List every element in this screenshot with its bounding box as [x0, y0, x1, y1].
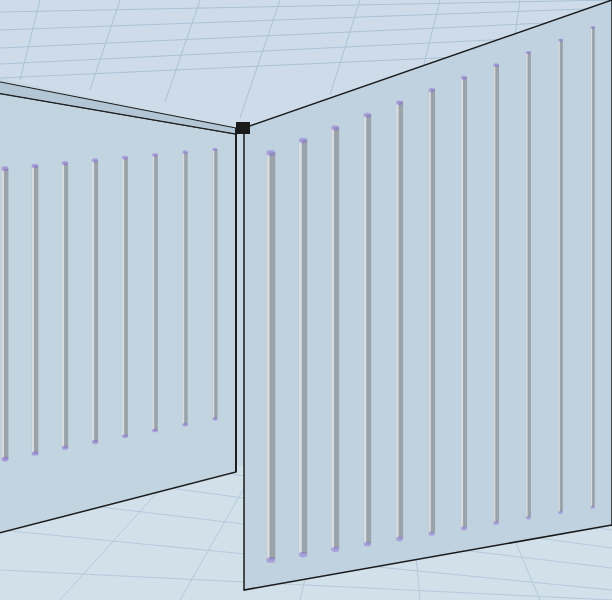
svg-point-36 [364, 542, 371, 547]
left-panel[interactable] [0, 78, 236, 538]
svg-point-45 [461, 526, 467, 530]
rib [182, 150, 187, 426]
rib [62, 161, 68, 450]
svg-rect-78 [182, 152, 184, 425]
3d-viewport[interactable] [0, 0, 612, 600]
rib [364, 113, 371, 547]
svg-point-67 [62, 161, 68, 165]
svg-point-64 [32, 164, 39, 168]
rib [558, 38, 563, 514]
rib [32, 164, 39, 456]
rib [429, 88, 436, 536]
svg-point-54 [558, 511, 563, 514]
svg-point-57 [591, 506, 595, 509]
svg-rect-49 [526, 53, 528, 518]
svg-point-77 [152, 429, 158, 433]
svg-point-61 [2, 166, 9, 171]
svg-rect-69 [92, 160, 94, 442]
rib [461, 76, 467, 531]
rib [122, 156, 128, 438]
svg-point-51 [526, 516, 531, 519]
svg-point-33 [331, 547, 339, 552]
svg-rect-46 [493, 65, 495, 523]
svg-rect-37 [396, 103, 398, 539]
svg-point-80 [182, 423, 187, 427]
svg-rect-72 [122, 158, 124, 437]
svg-point-74 [122, 434, 128, 438]
svg-point-44 [461, 76, 467, 80]
svg-point-41 [429, 88, 436, 92]
svg-rect-60 [2, 169, 4, 460]
svg-rect-55 [591, 28, 592, 508]
svg-rect-75 [152, 155, 154, 431]
svg-rect-66 [62, 163, 64, 448]
rib [212, 148, 217, 421]
rib [299, 138, 307, 558]
svg-point-70 [92, 158, 98, 162]
rib [331, 125, 339, 552]
svg-point-71 [92, 440, 98, 444]
svg-point-56 [591, 26, 595, 29]
svg-point-76 [152, 153, 158, 157]
rib [526, 51, 531, 520]
rib [2, 166, 9, 461]
svg-point-53 [558, 38, 563, 41]
rib [92, 158, 98, 444]
svg-point-79 [182, 150, 187, 154]
svg-rect-31 [331, 128, 334, 549]
svg-rect-25 [266, 153, 269, 560]
svg-rect-81 [212, 149, 214, 419]
svg-point-35 [364, 113, 371, 118]
svg-point-32 [331, 125, 339, 130]
svg-rect-63 [32, 166, 34, 454]
svg-point-39 [396, 536, 403, 541]
svg-rect-52 [558, 40, 560, 512]
svg-point-29 [299, 138, 307, 144]
svg-rect-28 [299, 140, 302, 554]
svg-point-50 [526, 51, 531, 54]
svg-rect-34 [364, 115, 367, 544]
svg-point-38 [396, 100, 403, 105]
hinge [236, 122, 250, 134]
svg-point-62 [2, 457, 9, 462]
svg-rect-40 [429, 90, 431, 533]
rib [493, 63, 499, 525]
svg-point-82 [212, 148, 217, 151]
rib [591, 26, 595, 508]
rib [396, 100, 403, 541]
svg-point-47 [493, 63, 499, 67]
rib [266, 150, 275, 563]
viewport-canvas[interactable] [0, 0, 612, 600]
svg-point-83 [212, 417, 217, 420]
svg-point-26 [266, 150, 275, 156]
svg-point-42 [429, 531, 436, 535]
svg-point-65 [32, 451, 39, 455]
svg-point-68 [62, 446, 68, 450]
svg-point-27 [266, 557, 275, 563]
svg-point-30 [299, 552, 307, 558]
rib [152, 153, 158, 432]
svg-point-73 [122, 156, 128, 160]
svg-rect-43 [461, 78, 463, 529]
svg-point-48 [493, 521, 499, 525]
